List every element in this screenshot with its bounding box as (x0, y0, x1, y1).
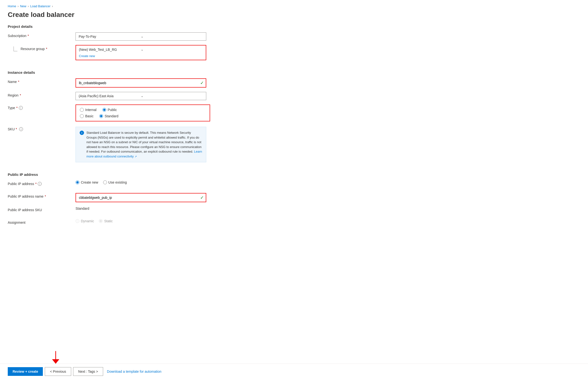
type-control: Internal Public Basic (76, 105, 210, 121)
public-ip-sku-row: Public IP address SKU Standard (8, 206, 210, 215)
assignment-static-text: Static (104, 219, 113, 223)
region-control: (Asia Pacific) East Asia ⌄ (76, 92, 210, 100)
region-required: * (20, 93, 21, 97)
subscription-row: Subscription * Pay-To-Pay ⌄ (8, 32, 210, 41)
page-title: Create load balancer (0, 10, 588, 24)
public-ip-create-new-label[interactable]: Create new (76, 180, 98, 184)
info-box-label-space: SKU * i (8, 126, 76, 131)
resource-group-control: (New) Web_Test_LB_RG ⌄ Create new (76, 45, 206, 60)
name-row: Name * ✓ (8, 78, 210, 88)
region-label: Region * (8, 92, 76, 97)
info-box-text: Standard Load Balancer is secure by defa… (86, 130, 202, 159)
subscription-arrow: ⌄ (141, 35, 203, 38)
assignment-control: Dynamic Static (76, 219, 210, 223)
type-row: Type * i Internal Public (8, 105, 210, 121)
sku-basic-radio[interactable] (80, 114, 84, 118)
type-info-icon[interactable]: i (19, 106, 23, 110)
breadcrumb-sep1: › (18, 5, 19, 8)
subscription-required: * (28, 34, 29, 38)
resource-group-arrow: ⌄ (141, 48, 203, 51)
type-sku-box: Internal Public Basic (76, 105, 210, 121)
type-internal-radio[interactable] (80, 108, 84, 112)
public-ip-address-row: Public IP address * i Create new Use exi… (8, 180, 210, 189)
section-project-details: Project details (8, 24, 210, 29)
name-label: Name * (8, 78, 76, 84)
public-ip-use-existing-radio[interactable] (103, 180, 107, 184)
public-ip-name-label: Public IP address name * (8, 193, 76, 198)
breadcrumb-sep2: › (28, 5, 29, 8)
name-input-box: ✓ (76, 78, 206, 88)
type-public-text: Public (108, 108, 117, 112)
type-public-label[interactable]: Public (102, 108, 117, 112)
public-ip-sku-value: Standard (76, 206, 89, 210)
sku-standard-label[interactable]: Standard (99, 114, 118, 118)
type-public-radio[interactable] (102, 108, 106, 112)
download-template-link[interactable]: Download a template for automation (107, 370, 161, 373)
info-box-icon: i (80, 131, 84, 135)
name-control: ✓ (76, 78, 210, 88)
name-required: * (18, 80, 19, 84)
public-ip-name-input[interactable] (76, 193, 198, 202)
public-ip-radio-group: Create new Use existing (76, 180, 210, 184)
assignment-dynamic-text: Dynamic (81, 219, 94, 223)
resource-group-dropdown[interactable]: (New) Web_Test_LB_RG ⌄ (76, 46, 206, 54)
next-tags-button[interactable]: Next : Tags > (73, 367, 103, 376)
public-ip-name-check-icon: ✓ (198, 195, 206, 200)
previous-button[interactable]: < Previous (45, 367, 71, 376)
public-ip-name-required: * (45, 194, 46, 198)
main-content: Project details Subscription * Pay-To-Pa… (0, 24, 218, 261)
resource-group-required: * (46, 47, 47, 51)
assignment-radio-group: Dynamic Static (76, 219, 210, 223)
type-internal-text: Internal (85, 108, 97, 112)
bottom-bar: Review + create < Previous Next : Tags >… (0, 363, 588, 379)
sku-standard-radio[interactable] (99, 114, 103, 118)
public-ip-name-row: Public IP address name * ✓ (8, 193, 210, 202)
type-required: * (16, 106, 17, 110)
info-box-row: SKU * i i Standard Load Balancer is secu… (8, 126, 210, 162)
svg-marker-1 (52, 359, 59, 364)
subscription-control: Pay-To-Pay ⌄ (76, 32, 210, 41)
sku-info-icon[interactable]: i (19, 127, 23, 131)
sku-basic-label[interactable]: Basic (80, 114, 93, 118)
public-ip-required: * (35, 182, 36, 186)
sku-basic-text: Basic (85, 114, 93, 118)
review-create-button[interactable]: Review + create (8, 367, 43, 376)
subscription-label: Subscription * (8, 32, 76, 38)
breadcrumb: Home › New › Load Balancer › (0, 0, 588, 10)
assignment-dynamic-label: Dynamic (76, 219, 94, 223)
create-new-link[interactable]: Create new (76, 54, 206, 60)
sku-radio-group: Basic Standard (80, 114, 206, 118)
breadcrumb-sep3: › (52, 5, 53, 8)
type-sku-wrapper: Internal Public Basic (76, 105, 210, 121)
resource-group-box: (New) Web_Test_LB_RG ⌄ Create new (76, 45, 206, 60)
name-input[interactable] (76, 79, 198, 87)
breadcrumb-load-balancer[interactable]: Load Balancer (30, 4, 50, 8)
name-check-icon: ✓ (198, 80, 206, 86)
assignment-static-label: Static (99, 219, 113, 223)
public-ip-use-existing-label[interactable]: Use existing (103, 180, 127, 184)
public-ip-address-control: Create new Use existing (76, 180, 210, 184)
annotation-arrow (49, 349, 63, 364)
section-instance-details: Instance details (8, 70, 210, 75)
public-ip-create-new-text: Create new (81, 180, 98, 184)
public-ip-create-new-radio[interactable] (76, 180, 79, 184)
type-radio-group: Internal Public (80, 108, 206, 112)
region-dropdown[interactable]: (Asia Pacific) East Asia ⌄ (76, 92, 206, 100)
assignment-label: Assignment (8, 219, 76, 224)
assignment-row: Assignment Dynamic Static (8, 219, 210, 227)
breadcrumb-home[interactable]: Home (8, 4, 16, 8)
resource-group-row: Resource group * (New) Web_Test_LB_RG ⌄ … (8, 45, 210, 60)
region-row: Region * (Asia Pacific) East Asia ⌄ (8, 92, 210, 100)
type-internal-label[interactable]: Internal (80, 108, 97, 112)
section-public-ip: Public IP address (8, 173, 210, 176)
public-ip-name-box: ✓ (76, 193, 206, 202)
type-label: Type * i (8, 105, 76, 110)
subscription-dropdown[interactable]: Pay-To-Pay ⌄ (76, 32, 206, 41)
breadcrumb-new[interactable]: New (20, 4, 26, 8)
public-ip-info-icon[interactable]: i (38, 182, 42, 186)
region-arrow: ⌄ (141, 94, 203, 98)
public-ip-use-existing-text: Use existing (108, 180, 127, 184)
sku-info-box: i Standard Load Balancer is secure by de… (76, 127, 206, 162)
public-ip-address-label: Public IP address * i (8, 180, 76, 186)
external-link-icon: ↗ (134, 155, 137, 158)
